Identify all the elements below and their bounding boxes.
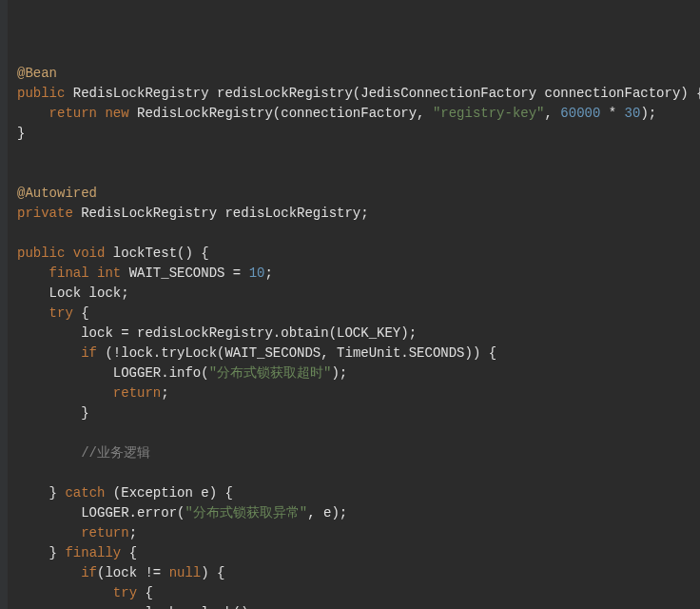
code-token: if <box>81 345 105 361</box>
code-line: LOGGER.info("分布式锁获取超时"); <box>17 363 700 383</box>
code-line: //业务逻辑 <box>17 443 700 463</box>
code-line <box>17 164 700 184</box>
code-token: finally <box>65 545 128 560</box>
code-token: LOGGER.info( <box>17 365 209 381</box>
code-token: @Autowired <box>17 186 97 201</box>
code-token: RedisLockRegistry redisLockRegistry; <box>81 206 368 221</box>
code-token: , e); <box>307 505 347 521</box>
code-line: } catch (Exception e) { <box>17 483 700 503</box>
code-line: try { <box>17 583 700 603</box>
code-token: { <box>81 305 88 321</box>
code-container: @Beanpublic RedisLockRegistry redisLockR… <box>17 64 700 609</box>
code-token: ); <box>640 106 656 121</box>
code-token: ); <box>331 365 347 381</box>
code-line <box>17 423 700 443</box>
code-token: * <box>600 106 624 121</box>
code-line <box>17 144 700 164</box>
code-token: (Exception e) { <box>113 485 233 501</box>
code-line: @Autowired <box>17 184 700 204</box>
code-token: final int <box>49 265 129 281</box>
code-editor[interactable]: @Beanpublic RedisLockRegistry redisLockR… <box>0 0 700 609</box>
code-token: try <box>113 585 146 600</box>
code-token <box>17 385 113 401</box>
code-token: "registry-key" <box>433 106 545 121</box>
code-token: , <box>545 106 561 121</box>
code-line: try { <box>17 304 700 324</box>
code-token: public void <box>17 246 113 261</box>
code-token: } <box>17 545 65 560</box>
code-token: 10 <box>249 265 265 281</box>
code-token: RedisLockRegistry(connectionFactory, <box>137 106 433 121</box>
code-line: lock.unlock(); <box>17 603 700 609</box>
code-token <box>17 585 113 600</box>
code-token: } <box>17 126 25 141</box>
code-token: lockTest() { <box>113 246 209 261</box>
code-token: "分布式锁获取超时" <box>209 365 332 381</box>
code-token: //业务逻辑 <box>81 445 150 461</box>
code-token: public <box>17 86 73 101</box>
code-token: { <box>129 545 137 560</box>
code-token: lock.unlock(); <box>17 605 257 609</box>
code-token: LOGGER.error( <box>17 505 185 521</box>
code-line: lock = redisLockRegistry.obtain(LOCK_KEY… <box>17 324 700 344</box>
code-token: catch <box>65 485 112 501</box>
code-line <box>17 224 700 244</box>
code-token: 60000 <box>560 106 600 121</box>
gutter-bar <box>0 0 8 609</box>
code-line: } <box>17 124 700 144</box>
code-line: private RedisLockRegistry redisLockRegis… <box>17 204 700 224</box>
code-token: if <box>81 565 97 580</box>
code-line: return new RedisLockRegistry(connectionF… <box>17 104 700 124</box>
code-line <box>17 463 700 483</box>
code-line: return; <box>17 523 700 543</box>
code-token: ; <box>129 525 137 540</box>
code-line: } <box>17 403 700 423</box>
code-token: ; <box>161 385 168 401</box>
code-token <box>17 345 81 361</box>
code-token <box>17 106 49 121</box>
code-token: try <box>49 305 82 321</box>
code-line: public void lockTest() { <box>17 244 700 264</box>
code-token <box>17 305 49 321</box>
code-line: final int WAIT_SECONDS = 10; <box>17 264 700 284</box>
code-token: Lock lock; <box>17 285 129 301</box>
code-token: 30 <box>625 106 641 121</box>
code-token: return <box>81 525 128 540</box>
code-token: (!lock.tryLock(WAIT_SECONDS, TimeUnit.SE… <box>105 345 496 361</box>
code-token: lock = redisLockRegistry.obtain(LOCK_KEY… <box>17 325 417 341</box>
code-token: null <box>169 565 202 580</box>
code-line: @Bean <box>17 64 700 84</box>
code-token: return <box>113 385 161 401</box>
code-token: } <box>17 485 65 501</box>
code-line: if(lock != null) { <box>17 563 700 583</box>
code-line: return; <box>17 383 700 403</box>
code-line: Lock lock; <box>17 284 700 304</box>
code-line: public RedisLockRegistry redisLockRegist… <box>17 84 700 104</box>
code-token: private <box>17 206 81 221</box>
code-line: if (!lock.tryLock(WAIT_SECONDS, TimeUnit… <box>17 344 700 363</box>
code-token: WAIT_SECONDS = <box>129 265 249 281</box>
code-token <box>17 265 49 281</box>
code-token: "分布式锁获取异常" <box>185 505 307 521</box>
code-token: @Bean <box>17 66 57 81</box>
code-token: { <box>145 585 152 600</box>
code-token <box>17 445 81 461</box>
code-line: } finally { <box>17 543 700 563</box>
code-line: LOGGER.error("分布式锁获取异常", e); <box>17 503 700 523</box>
code-token: } <box>17 405 89 421</box>
code-token <box>17 525 81 540</box>
code-token: (lock != <box>97 565 169 580</box>
code-token: ) { <box>201 565 224 580</box>
code-token: return new <box>49 106 137 121</box>
code-token: RedisLockRegistry redisLockRegistry(Jedi… <box>73 86 700 101</box>
code-token: ; <box>264 265 272 281</box>
code-token <box>17 565 81 580</box>
